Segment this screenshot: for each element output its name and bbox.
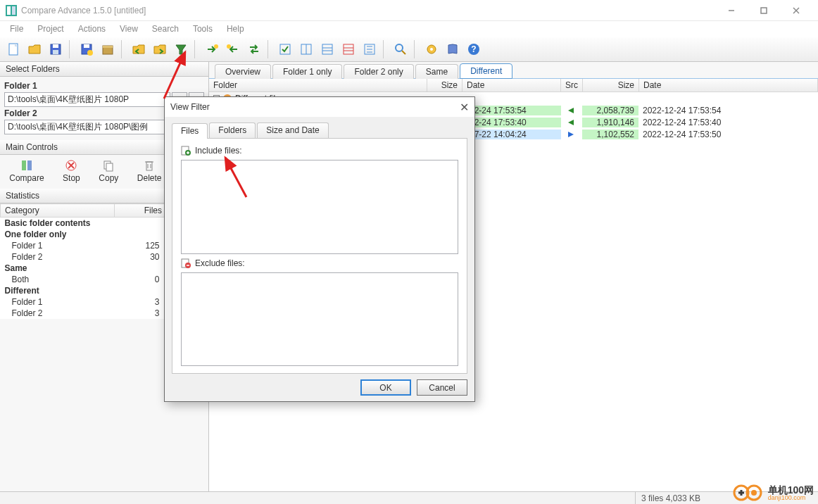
copy-button[interactable]: Copy bbox=[96, 158, 121, 184]
stats-col-files[interactable]: Files bbox=[115, 204, 167, 218]
folder1-label: Folder 1 bbox=[4, 81, 204, 91]
svg-point-34 bbox=[430, 48, 433, 51]
col-src[interactable]: Src bbox=[561, 79, 583, 92]
svg-rect-9 bbox=[53, 44, 58, 48]
svg-rect-1 bbox=[7, 6, 11, 15]
new-icon[interactable] bbox=[4, 40, 23, 58]
folder2-input[interactable] bbox=[4, 120, 170, 134]
menu-help[interactable]: Help bbox=[220, 23, 251, 35]
view-panes-icon[interactable] bbox=[297, 40, 315, 58]
save-as-icon[interactable] bbox=[77, 40, 96, 58]
dialog-tab-files[interactable]: Files bbox=[172, 123, 208, 139]
watermark: 单机100网 danji100.com bbox=[733, 483, 814, 503]
svg-point-13 bbox=[87, 50, 93, 56]
col-date2[interactable]: Date bbox=[639, 79, 818, 92]
folder-left-icon[interactable] bbox=[130, 40, 148, 58]
dialog-tab-sizedate[interactable]: Size and Date bbox=[257, 122, 328, 138]
menu-view[interactable]: View bbox=[113, 23, 145, 35]
sync-left-icon[interactable] bbox=[224, 40, 242, 58]
svg-rect-2 bbox=[12, 6, 15, 15]
watermark-logo bbox=[733, 483, 765, 503]
tab-overview[interactable]: Overview bbox=[215, 64, 271, 79]
view-list-icon[interactable] bbox=[318, 40, 336, 58]
svg-rect-4 bbox=[761, 8, 767, 13]
tab-different[interactable]: Different bbox=[460, 63, 512, 79]
menu-actions[interactable]: Actions bbox=[71, 23, 113, 35]
watermark-name: 单机100网 bbox=[768, 485, 814, 495]
file-columns-header: Folder Size Date Src Size Date bbox=[209, 79, 818, 92]
minimize-button[interactable] bbox=[715, 0, 748, 21]
dialog-tab-folders[interactable]: Folders bbox=[209, 122, 256, 138]
menubar: File Project Actions View Search Tools H… bbox=[0, 21, 818, 37]
stats-col-category[interactable]: Category bbox=[1, 204, 115, 218]
toolbar: ? bbox=[0, 37, 818, 62]
select-folders-header: Select Folders bbox=[0, 62, 208, 77]
tab-folder2only[interactable]: Folder 2 only bbox=[344, 64, 413, 79]
svg-rect-12 bbox=[84, 44, 89, 48]
menu-tools[interactable]: Tools bbox=[186, 23, 220, 35]
svg-rect-44 bbox=[146, 162, 152, 170]
exclude-icon bbox=[181, 258, 191, 268]
tab-folder1only[interactable]: Folder 1 only bbox=[272, 64, 342, 79]
cancel-button[interactable]: Cancel bbox=[417, 379, 467, 396]
watermark-url: danji100.com bbox=[768, 495, 814, 501]
help-icon[interactable]: ? bbox=[465, 40, 483, 58]
ok-button[interactable]: OK bbox=[360, 379, 411, 396]
open-icon[interactable] bbox=[25, 40, 44, 58]
close-button[interactable] bbox=[780, 0, 812, 21]
include-icon bbox=[181, 146, 191, 156]
archive-icon[interactable] bbox=[99, 40, 117, 58]
menu-project[interactable]: Project bbox=[30, 23, 70, 35]
col-size2[interactable]: Size bbox=[583, 79, 639, 92]
tab-same[interactable]: Same bbox=[415, 64, 458, 79]
titlebar: Compare Advance 1.5.0 [untitled] bbox=[0, 0, 818, 21]
view-check-icon[interactable] bbox=[276, 40, 294, 58]
col-folder[interactable]: Folder bbox=[209, 79, 427, 92]
arrow-left-icon bbox=[561, 118, 582, 127]
arrow-left-icon bbox=[561, 106, 582, 115]
book-icon[interactable] bbox=[443, 40, 462, 58]
stop-button[interactable]: Stop bbox=[60, 158, 83, 184]
svg-rect-15 bbox=[103, 46, 113, 48]
svg-rect-37 bbox=[22, 160, 26, 170]
svg-point-61 bbox=[751, 490, 757, 496]
col-date1[interactable]: Date bbox=[463, 79, 561, 92]
svg-rect-38 bbox=[27, 160, 32, 170]
sync-right-icon[interactable] bbox=[203, 40, 221, 58]
view-audit-icon[interactable] bbox=[339, 40, 358, 58]
dialog-titlebar: View Filter ✕ bbox=[165, 97, 474, 117]
sync-both-icon[interactable] bbox=[245, 40, 263, 58]
statusbar: 3 files 4,033 KB bbox=[0, 491, 818, 504]
svg-rect-24 bbox=[344, 44, 353, 54]
dialog-close-button[interactable]: ✕ bbox=[460, 101, 469, 114]
col-size1[interactable]: Size bbox=[427, 79, 463, 92]
menu-search[interactable]: Search bbox=[145, 23, 186, 35]
folder-right-icon[interactable] bbox=[151, 40, 169, 58]
filter-icon[interactable] bbox=[172, 40, 190, 58]
svg-rect-21 bbox=[322, 44, 332, 54]
gear-icon[interactable] bbox=[422, 40, 441, 58]
svg-rect-10 bbox=[53, 50, 58, 54]
dialog-title: View Filter bbox=[170, 102, 460, 112]
compare-tabs: Overview Folder 1 only Folder 2 only Sam… bbox=[209, 62, 818, 79]
exclude-textarea[interactable] bbox=[181, 272, 458, 367]
folder1-input[interactable] bbox=[4, 92, 170, 107]
menu-file[interactable]: File bbox=[3, 23, 30, 35]
save-icon[interactable] bbox=[46, 40, 65, 58]
window-title: Compare Advance 1.5.0 [untitled] bbox=[21, 6, 715, 15]
arrow-right-icon bbox=[561, 130, 582, 139]
exclude-label: Exclude files: bbox=[181, 258, 458, 268]
svg-line-32 bbox=[402, 51, 405, 54]
svg-point-17 bbox=[227, 44, 231, 49]
maximize-button[interactable] bbox=[748, 0, 780, 21]
compare-button[interactable]: Compare bbox=[6, 158, 46, 184]
svg-point-16 bbox=[214, 44, 218, 49]
include-label: Include files: bbox=[181, 146, 458, 156]
search-icon[interactable] bbox=[391, 40, 410, 58]
view-detail-icon[interactable] bbox=[360, 40, 379, 58]
delete-button[interactable]: Delete bbox=[134, 158, 165, 184]
dialog-tabs: Files Folders Size and Date bbox=[172, 122, 467, 138]
app-icon bbox=[6, 5, 17, 16]
include-textarea[interactable] bbox=[181, 160, 458, 254]
svg-point-31 bbox=[396, 44, 403, 51]
